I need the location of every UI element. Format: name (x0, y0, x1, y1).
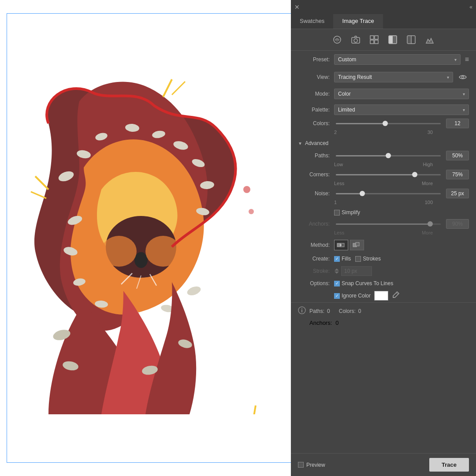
advanced-arrow-icon: ▼ (298, 141, 302, 146)
create-label: Create: (298, 256, 330, 262)
colors-range-labels: 2 30 (291, 129, 476, 137)
grayscale-icon[interactable] (387, 33, 399, 46)
anchors-label: Anchors: (298, 221, 330, 227)
preset-label: Preset: (298, 56, 330, 63)
snap-curves-row: Options: Snap Curves To Lines (291, 278, 476, 289)
strokes-checkbox-box[interactable] (355, 256, 361, 262)
create-options: Fills Strokes (334, 256, 381, 262)
palette-dropdown[interactable]: Limited ▾ (334, 104, 469, 115)
tab-swatches[interactable]: Swatches (291, 14, 333, 29)
ignore-color-checkbox-item[interactable]: Ignore Color (334, 293, 371, 299)
view-row: View: Tracing Result ▾ (291, 68, 476, 86)
info-icon (298, 306, 306, 316)
fills-checkbox-item[interactable]: Fills (334, 256, 351, 262)
svg-rect-41 (370, 36, 374, 39)
strokes-checkbox-item[interactable]: Strokes (355, 256, 381, 262)
noise-slider-thumb[interactable] (360, 191, 365, 196)
view-label: View: (298, 74, 330, 80)
colors-slider-thumb[interactable] (383, 121, 388, 126)
strokes-label: Strokes (363, 256, 381, 262)
svg-rect-42 (375, 36, 378, 39)
colors-label: Colors: (298, 120, 330, 126)
palette-arrow-icon: ▾ (463, 108, 465, 112)
ignore-color-swatch[interactable] (374, 291, 388, 301)
mode-label: Mode: (298, 91, 330, 97)
noise-min-label: 1 (334, 200, 337, 205)
mode-arrow-icon: ▾ (463, 92, 465, 97)
split-view-icon[interactable] (405, 33, 417, 46)
paths-range-labels: Low High (291, 161, 476, 169)
paths-slider-thumb[interactable] (386, 153, 391, 158)
snap-curves-label: Snap Curves To Lines (342, 280, 393, 286)
view-dropdown[interactable]: Tracing Result ▾ (334, 72, 453, 82)
panel-tabs: Swatches Image Trace (291, 14, 476, 29)
svg-point-35 (243, 186, 250, 193)
svg-rect-43 (370, 40, 374, 44)
stat-paths-value: 0 (327, 308, 330, 314)
trace-button[interactable]: Trace (429, 458, 469, 472)
snap-curves-checkbox-box[interactable] (334, 281, 340, 286)
anchors-slider-thumb (428, 221, 433, 227)
fills-checkbox-box[interactable] (334, 256, 340, 262)
noise-range-labels: 1 100 (291, 199, 476, 207)
simplify-checkbox[interactable]: Simplify (334, 209, 360, 216)
grid-icon[interactable] (368, 33, 380, 46)
colors-slider-track[interactable] (336, 123, 441, 124)
preset-dropdown[interactable]: Custom ▾ (334, 54, 461, 65)
mode-value: Color (338, 91, 463, 97)
advanced-section-header[interactable]: ▼ Advanced (291, 137, 476, 150)
view-eye-button[interactable] (457, 71, 469, 83)
eyedropper-icon[interactable] (392, 291, 400, 301)
svg-point-60 (393, 297, 394, 298)
noise-label: Noise: (298, 190, 330, 197)
stroke-row: Stroke: (291, 264, 476, 278)
colors-value-box[interactable]: 12 (446, 119, 469, 128)
ignore-color-checkbox-box[interactable] (334, 293, 340, 299)
panel-collapse-button[interactable]: « (466, 4, 476, 10)
paths-min-label: Low (334, 162, 343, 167)
paths-value-box[interactable]: 50% (446, 151, 469, 160)
corners-slider-track[interactable] (336, 174, 441, 175)
anchors-slider-row: Anchors: 90% (291, 218, 476, 230)
svg-point-19 (186, 285, 202, 297)
simplify-checkbox-box[interactable] (334, 210, 340, 216)
svg-marker-58 (335, 271, 339, 274)
noise-slider-track[interactable] (336, 193, 441, 194)
svg-point-3 (145, 236, 181, 267)
colors-max-label: 30 (428, 130, 433, 135)
panel-body: Preset: Custom ▾ ≡ View: Tracing Result … (291, 51, 476, 453)
tab-image-trace[interactable]: Image Trace (333, 14, 383, 29)
info-stats: Paths: 0 Colors: 0 (309, 308, 469, 314)
panel-close-button[interactable]: ✕ (291, 4, 303, 11)
mode-control: Color ▾ (334, 89, 469, 99)
simplify-row: Simplify (291, 207, 476, 218)
preset-menu-icon[interactable]: ≡ (465, 56, 469, 63)
corners-min-label: Less (334, 181, 344, 186)
preview-checkbox-box[interactable] (298, 462, 304, 468)
method-overlapping-button[interactable] (350, 240, 364, 250)
svg-point-40 (354, 39, 357, 42)
mode-dropdown[interactable]: Color ▾ (334, 89, 469, 99)
svg-point-1 (134, 252, 148, 268)
stat-anchors-row: Anchors: 0 (291, 320, 476, 330)
stroke-label: Stroke: (298, 268, 330, 274)
fills-label: Fills (342, 256, 351, 262)
stat-anchors-label: Anchors: (309, 320, 332, 326)
method-abutting-button[interactable] (334, 240, 348, 250)
colors-min-label: 2 (334, 130, 337, 135)
stat-anchors-value: 0 (335, 320, 338, 326)
corners-slider-thumb[interactable] (412, 172, 417, 177)
stat-colors-value: 0 (358, 308, 361, 314)
auto-color-icon[interactable] (331, 33, 343, 46)
toolbar-icons-row (291, 29, 476, 51)
expand-icon[interactable] (424, 33, 436, 46)
preset-value: Custom (338, 56, 454, 63)
artwork (13, 35, 260, 414)
preview-checkbox-item[interactable]: Preview (298, 462, 325, 468)
corners-value-box[interactable]: 75% (446, 170, 469, 179)
palette-label: Palette: (298, 107, 330, 113)
snap-curves-checkbox-item[interactable]: Snap Curves To Lines (334, 280, 393, 286)
camera-icon[interactable] (350, 33, 362, 46)
paths-slider-track[interactable] (336, 155, 441, 156)
noise-value-box[interactable]: 25 px (446, 189, 469, 198)
